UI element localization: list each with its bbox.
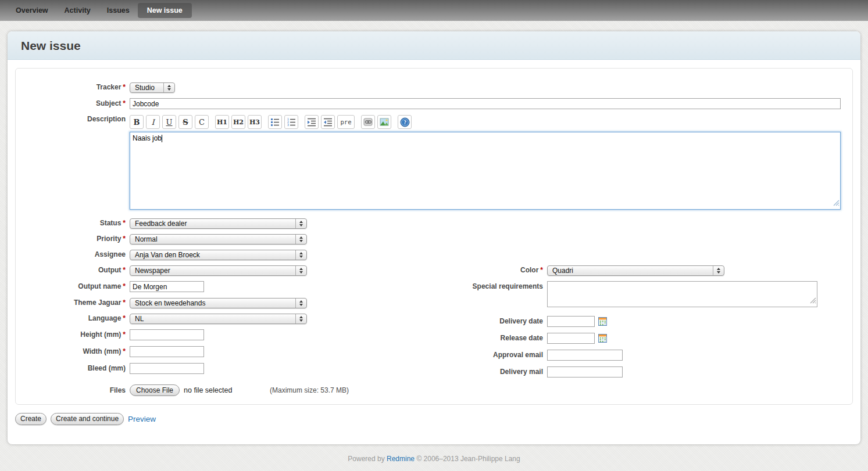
bold-button[interactable]: B bbox=[130, 115, 144, 129]
field-row-height: Height (mm)* bbox=[130, 329, 204, 340]
outdent-icon bbox=[323, 117, 333, 127]
choose-file-button[interactable]: Choose File bbox=[130, 384, 180, 396]
preview-link[interactable]: Preview bbox=[128, 415, 156, 423]
field-row-approval-email: Approval email bbox=[547, 350, 623, 361]
nav-tab-new-issue[interactable]: New issue bbox=[138, 3, 192, 18]
numbered-list-button[interactable]: 123 bbox=[284, 115, 298, 129]
field-row-files: Files Choose File no file selected (Maxi… bbox=[130, 384, 232, 396]
preformatted-button[interactable]: pre bbox=[337, 115, 355, 129]
link-image-icon bbox=[363, 117, 373, 127]
theme-jaguar-select[interactable]: Stock en tweedehands bbox=[130, 298, 307, 308]
indent-icon bbox=[307, 117, 316, 127]
theme-jaguar-label: Theme Jaguar* bbox=[74, 297, 130, 308]
field-row-output-name: Output name* bbox=[130, 281, 204, 292]
page-title: New issue bbox=[8, 31, 860, 60]
help-icon: ? bbox=[400, 117, 410, 127]
image-icon bbox=[380, 117, 389, 127]
nav-tab-issues[interactable]: Issues bbox=[107, 0, 130, 21]
field-row-assignee: Assignee Anja Van den Broeck bbox=[130, 249, 307, 260]
subject-label: Subject* bbox=[96, 98, 130, 109]
redmine-link[interactable]: Redmine bbox=[387, 455, 415, 463]
delivery-date-input[interactable] bbox=[547, 316, 595, 327]
field-row-width: Width (mm)* bbox=[130, 346, 204, 357]
select-stepper-icon bbox=[295, 250, 306, 260]
nav-tab-activity[interactable]: Activity bbox=[65, 0, 91, 21]
bulleted-list-button[interactable] bbox=[268, 115, 282, 129]
field-row-priority: Priority* Normal bbox=[130, 233, 307, 245]
field-row-tracker: Tracker* Studio bbox=[130, 82, 175, 93]
field-row-release-date: Release date bbox=[547, 333, 595, 344]
heading2-button[interactable]: H2 bbox=[231, 115, 245, 129]
special-requirements-label: Special requirements bbox=[473, 281, 547, 292]
top-navigation: Overview Activity Issues New issue bbox=[0, 0, 868, 21]
italic-button[interactable]: I bbox=[146, 115, 160, 129]
delivery-date-label: Delivery date bbox=[499, 316, 547, 326]
heading3-button[interactable]: H3 bbox=[248, 115, 262, 129]
form-actions: Create Create and continue Preview bbox=[15, 413, 156, 425]
color-select[interactable]: Quadri bbox=[547, 265, 724, 276]
create-and-continue-button[interactable]: Create and continue bbox=[51, 413, 124, 425]
create-button[interactable]: Create bbox=[15, 413, 47, 425]
calendar-icon[interactable] bbox=[598, 317, 607, 328]
resize-grip-icon[interactable] bbox=[833, 200, 840, 208]
tracker-select[interactable]: Studio bbox=[130, 82, 175, 93]
delivery-mail-input[interactable] bbox=[547, 366, 623, 377]
field-row-subject: Subject* bbox=[130, 98, 841, 109]
field-row-bleed: Bleed (mm) bbox=[130, 363, 204, 374]
copyright-text: © 2006–2013 Jean-Philippe Lang bbox=[416, 455, 520, 463]
select-stepper-icon bbox=[295, 219, 306, 228]
subject-input[interactable] bbox=[130, 98, 841, 109]
description-textarea[interactable]: Naais job bbox=[130, 132, 841, 210]
output-label: Output* bbox=[98, 265, 130, 275]
main-content-box: New issue Tracker* Studio Subject* Descr… bbox=[8, 31, 860, 444]
underline-button[interactable]: U bbox=[162, 115, 176, 129]
image-button[interactable] bbox=[377, 115, 391, 129]
bleed-input[interactable] bbox=[130, 363, 204, 374]
resize-grip-icon[interactable] bbox=[810, 297, 816, 306]
release-date-label: Release date bbox=[501, 333, 547, 343]
powered-by-text: Powered by bbox=[348, 455, 384, 463]
status-select[interactable]: Feedback dealer bbox=[130, 218, 307, 229]
page-header: New issue bbox=[8, 31, 860, 60]
files-label: Files bbox=[110, 384, 130, 396]
svg-text:?: ? bbox=[403, 120, 406, 125]
field-row-status: Status* Feedback dealer bbox=[130, 218, 307, 229]
language-select[interactable]: NL bbox=[130, 314, 307, 324]
field-row-delivery-date: Delivery date bbox=[547, 316, 595, 327]
strikethrough-button[interactable]: S bbox=[178, 115, 192, 129]
field-row-theme-jaguar: Theme Jaguar* Stock en tweedehands bbox=[130, 297, 307, 308]
issue-form: Tracker* Studio Subject* Description B I… bbox=[15, 68, 853, 405]
help-button[interactable]: ? bbox=[398, 115, 412, 129]
file-status-text: no file selected bbox=[184, 384, 232, 396]
delivery-mail-label: Delivery mail bbox=[500, 366, 547, 377]
text-caret bbox=[162, 135, 162, 142]
field-row-color: Color* Quadri bbox=[547, 265, 724, 276]
height-input[interactable] bbox=[130, 329, 204, 340]
select-stepper-icon bbox=[713, 266, 724, 275]
approval-email-input[interactable] bbox=[547, 350, 623, 361]
field-row-special-requirements: Special requirements bbox=[547, 281, 817, 307]
color-label: Color* bbox=[520, 265, 547, 275]
indent-button[interactable] bbox=[305, 115, 319, 129]
bleed-label: Bleed (mm) bbox=[88, 363, 130, 373]
nav-tab-overview[interactable]: Overview bbox=[16, 0, 48, 21]
link-image-button[interactable] bbox=[361, 115, 375, 129]
select-stepper-icon bbox=[295, 299, 306, 308]
tracker-label: Tracker* bbox=[97, 82, 130, 92]
calendar-icon[interactable] bbox=[598, 334, 607, 345]
output-name-input[interactable] bbox=[130, 281, 204, 292]
output-select[interactable]: Newspaper bbox=[130, 265, 307, 276]
field-row-description: Description B I U S C H1 H2 H3 123 bbox=[130, 115, 414, 129]
bulleted-list-icon bbox=[270, 117, 280, 127]
heading1-button[interactable]: H1 bbox=[215, 115, 229, 129]
field-row-description-text: Naais job bbox=[130, 132, 841, 210]
priority-select[interactable]: Normal bbox=[130, 234, 307, 245]
output-name-label: Output name* bbox=[78, 281, 130, 292]
special-requirements-textarea[interactable] bbox=[547, 281, 817, 307]
outdent-button[interactable] bbox=[321, 115, 335, 129]
code-button[interactable]: C bbox=[195, 115, 209, 129]
assignee-select[interactable]: Anja Van den Broeck bbox=[130, 250, 307, 260]
release-date-input[interactable] bbox=[547, 333, 595, 344]
width-input[interactable] bbox=[130, 346, 204, 357]
field-row-output: Output* Newspaper bbox=[130, 265, 307, 276]
